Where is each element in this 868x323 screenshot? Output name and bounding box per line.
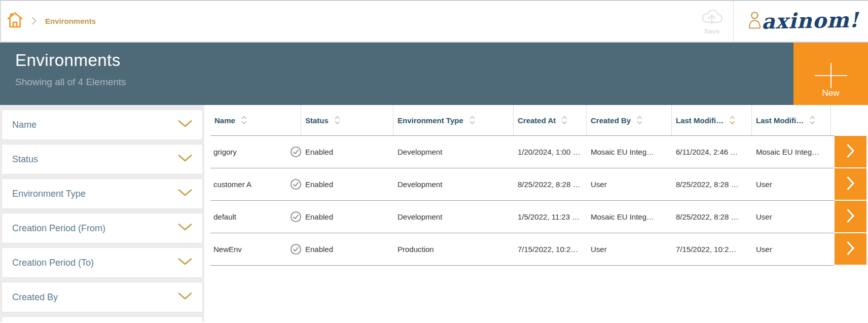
filter-item-creation-period-from[interactable]: Creation Period (From) (2, 213, 203, 243)
sort-icon[interactable] (469, 116, 475, 125)
table-row: customer A Enabled Development 8/25/2022… (210, 168, 868, 201)
cell-last-modified-by: User (752, 233, 831, 265)
page-header: Environments Showing all of 4 Elements N… (0, 43, 868, 105)
chevron-down-icon (178, 258, 192, 268)
cell-last-modified-at: 8/25/2022, 8:28 … (672, 201, 752, 233)
plus-icon (813, 62, 849, 89)
window-top-edge (0, 0, 868, 1)
cell-created-at: 1/5/2022, 11:23 … (514, 201, 587, 233)
breadcrumb-separator-icon (31, 16, 37, 25)
home-button[interactable] (7, 12, 23, 30)
topbar-divider (733, 0, 734, 42)
environments-table: Name Status Environment Type Created At … (210, 105, 868, 322)
filter-item-creation-period-to[interactable]: Creation Period (To) (2, 247, 203, 278)
cell-last-modified-by: Mosaic EU Integ… (752, 136, 831, 168)
cell-name: default (210, 201, 301, 233)
column-header-label: Last Modifi… (756, 116, 804, 125)
filter-item-status[interactable]: Status (2, 144, 203, 174)
table-row-cells: default Enabled Development 1/5/2022, 11… (210, 201, 835, 233)
status-enabled-icon (290, 146, 302, 158)
column-header-label: Created At (518, 116, 556, 125)
row-open-button[interactable] (835, 136, 866, 167)
filter-item-label: Creation Period (From) (12, 223, 105, 234)
filter-item-label: Created By (12, 292, 58, 303)
column-header-created-by-4[interactable]: Created By (587, 105, 672, 135)
cell-last-modified-at: 7/15/2022, 10:2… (672, 233, 752, 265)
cell-last-modified-by: User (752, 201, 831, 233)
filter-item-label: Name (12, 120, 37, 130)
new-button[interactable]: New (793, 43, 868, 105)
status-enabled-icon (290, 178, 302, 190)
sort-icon[interactable] (637, 116, 642, 125)
window-left-edge (0, 0, 1, 43)
column-header-created-at-3[interactable]: Created At (514, 105, 587, 135)
table-row: NewEnv Enabled Production 7/15/2022, 10:… (210, 233, 868, 266)
chevron-right-icon (846, 143, 855, 160)
filter-item-name[interactable]: Name (2, 110, 203, 140)
row-open-button[interactable] (835, 168, 866, 200)
chevron-down-icon (178, 223, 192, 233)
column-header-last-modifi-6[interactable]: Last Modifi… (752, 105, 831, 135)
cell-last-modified-by: User (752, 168, 831, 200)
column-header-name-0[interactable]: Name (210, 105, 301, 135)
filter-list: Name Status Environment Type Creation Pe… (2, 110, 203, 312)
column-header-last-modifi-5[interactable]: Last Modifi… (672, 105, 752, 135)
sort-icon[interactable] (562, 116, 567, 125)
row-open-button[interactable] (835, 233, 866, 265)
table-row: default Enabled Development 1/5/2022, 11… (210, 201, 868, 233)
filter-item-label: Status (12, 154, 38, 165)
table-row-cells: NewEnv Enabled Production 7/15/2022, 10:… (210, 233, 835, 266)
save-button[interactable]: Save (697, 7, 727, 35)
content-area: Name Status Environment Type Creation Pe… (0, 105, 868, 322)
column-header-label: Last Modifi… (676, 116, 724, 125)
cell-environment-type: Development (393, 201, 514, 233)
cell-last-modified-at: 6/11/2024, 2:46 … (672, 136, 752, 168)
status-label: Enabled (305, 148, 333, 156)
cell-status: Enabled (301, 233, 393, 265)
cell-environment-type: Development (393, 136, 514, 168)
status-label: Enabled (305, 180, 333, 189)
column-header-label: Status (305, 116, 329, 125)
table-row-cells: customer A Enabled Development 8/25/2022… (210, 168, 835, 201)
table-header-cells: Name Status Environment Type Created At … (210, 105, 835, 136)
filter-item-created-by[interactable]: Created By (2, 282, 203, 312)
column-header-environment-type-2[interactable]: Environment Type (393, 105, 514, 135)
cell-created-by: User (587, 168, 672, 200)
cell-created-at: 8/25/2022, 8:28 … (514, 168, 587, 200)
sort-icon[interactable] (241, 116, 247, 125)
page-subtitle: Showing all of 4 Elements (15, 77, 868, 88)
column-header-label: Environment Type (397, 116, 463, 125)
breadcrumb: Environments (7, 12, 96, 30)
cell-name: NewEnv (210, 233, 301, 265)
cell-environment-type: Development (393, 168, 514, 200)
chevron-down-icon (178, 189, 192, 199)
filter-sidebar: Name Status Environment Type Creation Pe… (0, 105, 204, 322)
chevron-right-icon (846, 175, 855, 193)
sort-icon[interactable] (810, 116, 815, 125)
page-title: Environments (15, 51, 868, 70)
status-enabled-icon (290, 211, 302, 223)
home-icon (7, 12, 23, 30)
cell-name: customer A (210, 168, 301, 200)
chevron-right-icon (846, 208, 855, 225)
save-label: Save (704, 27, 719, 35)
column-header-status-1[interactable]: Status (301, 105, 393, 135)
axinom-logo: axinom! (761, 8, 859, 33)
row-open-button[interactable] (835, 201, 866, 232)
topbar: Environments Save axinom! (0, 0, 868, 43)
table-body: grigory Enabled Development 1/20/2024, 1… (210, 136, 868, 266)
sort-icon[interactable] (335, 116, 340, 125)
cell-created-at: 1/20/2024, 1:00 … (514, 136, 587, 168)
table-row: grigory Enabled Development 1/20/2024, 1… (210, 136, 868, 168)
filter-item-partial[interactable] (2, 316, 203, 322)
cell-created-by: Mosaic EU Integ… (587, 136, 672, 168)
new-button-label: New (793, 88, 868, 98)
sort-icon[interactable] (730, 116, 735, 125)
filter-item-environment-type[interactable]: Environment Type (2, 178, 203, 209)
cell-last-modified-at: 8/25/2022, 8:28 … (672, 168, 752, 200)
breadcrumb-current: Environments (45, 17, 96, 25)
user-icon (748, 11, 762, 30)
column-header-label: Created By (591, 116, 631, 125)
chevron-down-icon (178, 292, 192, 302)
user-button[interactable] (748, 11, 762, 30)
